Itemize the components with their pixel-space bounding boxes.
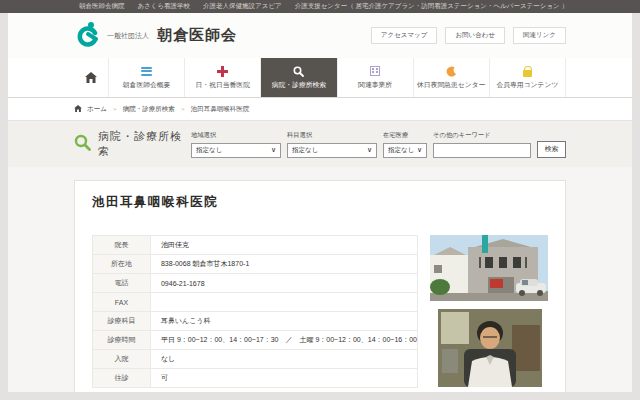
access-map-button[interactable]: アクセスマップ <box>371 27 438 44</box>
chevron-down-icon: ∨ <box>271 146 276 154</box>
page-window: 一般社団法人 朝倉医師会 アクセスマップ お問い合わせ 関連リンク 朝倉医師会概… <box>8 13 632 392</box>
row-value: 可 <box>150 369 417 388</box>
topbar-link-nursing-school[interactable]: あさくら看護学校 <box>137 2 190 11</box>
keyword-input-label: その他のキーワード <box>433 131 531 140</box>
search-section-title: 病院・診療所検索 <box>98 129 191 159</box>
nav-item-overview[interactable]: 朝倉医師会概要 <box>108 58 184 97</box>
home-care-select-value: 指定なし <box>388 146 414 155</box>
table-row: 診療科目 耳鼻いんこう科 <box>93 312 418 331</box>
nav-item-emergency-center[interactable]: 休日夜間急患センター <box>413 58 489 97</box>
search-button[interactable]: 検索 <box>537 141 566 158</box>
nav-item-members-only[interactable]: 会員専用コンテンツ <box>489 58 566 97</box>
search-section: 病院・診療所検索 地域選択 指定なし ∨ 科目選択 指定なし ∨ <box>8 120 632 167</box>
top-utility-bar: 朝倉医師会病院 あさくら看護学校 介護老人保健施設アスピア 介護支援センター（ … <box>0 0 640 13</box>
clinic-building-photo <box>430 235 548 301</box>
main-nav: 朝倉医師会概要 日・祝日当番医院 病院・診療所検索 関連事業所 休日夜間 <box>8 58 632 98</box>
home-care-select[interactable]: 指定なし ∨ <box>383 143 427 158</box>
clinic-detail-card: 池田耳鼻咽喉科医院 院長 池田佳克 所在地 838-0068 朝倉市甘木1870… <box>74 180 566 392</box>
breadcrumb-current: 池田耳鼻咽喉科医院 <box>191 105 250 114</box>
row-label: FAX <box>93 293 151 312</box>
region-select-value: 指定なし <box>196 146 222 155</box>
row-label: 診療科目 <box>93 312 151 331</box>
row-value: 平日 9：00~12：00、14：00~17：30 ／ 土曜 9：00~12：0… <box>150 331 417 350</box>
menu-icon <box>141 65 152 77</box>
table-row: 院長 池田佳克 <box>93 236 418 255</box>
topbar-link-hospital[interactable]: 朝倉医師会病院 <box>79 2 125 11</box>
red-cross-icon <box>217 65 228 77</box>
table-row: 診療時間 平日 9：00~12：00、14：00~17：30 ／ 土曜 9：00… <box>93 331 418 350</box>
nav-label: 休日夜間急患センター <box>417 80 485 90</box>
breadcrumb-home[interactable]: ホーム <box>87 105 107 114</box>
row-value <box>150 293 417 312</box>
nav-item-duty-clinics[interactable]: 日・祝日当番医院 <box>184 58 260 97</box>
nav-label: 朝倉医師会概要 <box>123 80 171 90</box>
related-links-button[interactable]: 関連リンク <box>513 27 566 44</box>
region-select[interactable]: 指定なし ∨ <box>191 143 281 158</box>
keyword-input[interactable] <box>433 143 531 158</box>
subject-select-label: 科目選択 <box>287 131 377 140</box>
moon-icon <box>446 65 457 77</box>
row-label: 電話 <box>93 274 151 293</box>
row-value: なし <box>150 350 417 369</box>
row-label: 入院 <box>93 350 151 369</box>
chevron-down-icon: ∨ <box>417 146 422 154</box>
breadcrumb-separator: ＞ <box>112 105 118 114</box>
topbar-link-aspia[interactable]: 介護老人保健施設アスピア <box>203 2 282 11</box>
org-type-label: 一般社団法人 <box>107 31 149 41</box>
nav-label: 関連事業所 <box>358 80 392 90</box>
table-row: 所在地 838-0068 朝倉市甘木1870-1 <box>93 255 418 274</box>
site-header: 一般社団法人 朝倉医師会 アクセスマップ お問い合わせ 関連リンク <box>8 13 632 58</box>
org-name-label: 朝倉医師会 <box>157 26 237 45</box>
building-icon <box>370 65 380 77</box>
nav-label: 病院・診療所検索 <box>272 80 326 90</box>
home-care-select-label: 在宅医療 <box>383 131 427 140</box>
director-portrait-photo <box>438 309 542 387</box>
topbar-link-care-center[interactable]: 介護支援センター（ 居宅介護ケアプラン・訪問看護ステーション・ヘルパーステーショ… <box>295 2 568 11</box>
row-value: 耳鼻いんこう科 <box>150 312 417 331</box>
row-label: 診療時間 <box>93 331 151 350</box>
table-row: FAX <box>93 293 418 312</box>
table-row: 電話 0946-21-1678 <box>93 274 418 293</box>
site-logo[interactable]: 一般社団法人 朝倉医師会 <box>74 20 237 51</box>
subject-select-value: 指定なし <box>292 146 318 155</box>
green-magnifier-icon <box>74 134 91 155</box>
row-value: 池田佳克 <box>150 236 417 255</box>
lock-icon <box>523 65 532 77</box>
search-icon <box>293 65 304 77</box>
table-row: 往診 可 <box>93 369 418 388</box>
nav-item-home[interactable] <box>74 58 108 97</box>
nav-label: 会員専用コンテンツ <box>496 80 558 90</box>
breadcrumb-search[interactable]: 病院・診療所検索 <box>123 105 175 114</box>
clinic-title: 池田耳鼻咽喉科医院 <box>92 194 548 211</box>
subject-select[interactable]: 指定なし ∨ <box>287 143 377 158</box>
nav-label: 日・祝日当番医院 <box>196 80 250 90</box>
chevron-down-icon: ∨ <box>367 146 372 154</box>
main-content-area: 池田耳鼻咽喉科医院 院長 池田佳克 所在地 838-0068 朝倉市甘木1870… <box>8 167 632 392</box>
medical-association-logo-icon <box>74 20 101 51</box>
region-select-label: 地域選択 <box>191 131 281 140</box>
clinic-info-table: 院長 池田佳克 所在地 838-0068 朝倉市甘木1870-1 電話 0946… <box>92 235 418 388</box>
contact-button[interactable]: お問い合わせ <box>445 27 505 44</box>
home-icon <box>74 105 82 113</box>
row-value: 838-0068 朝倉市甘木1870-1 <box>150 255 417 274</box>
row-label: 院長 <box>93 236 151 255</box>
home-icon <box>85 72 97 84</box>
nav-item-clinic-search[interactable]: 病院・診療所検索 <box>260 58 336 97</box>
row-label: 往診 <box>93 369 151 388</box>
table-row: 入院 なし <box>93 350 418 369</box>
breadcrumb-separator: ＞ <box>180 105 186 114</box>
breadcrumb: ホーム ＞ 病院・診療所検索 ＞ 池田耳鼻咽喉科医院 <box>8 98 632 120</box>
row-value: 0946-21-1678 <box>150 274 417 293</box>
nav-item-related-offices[interactable]: 関連事業所 <box>337 58 413 97</box>
row-label: 所在地 <box>93 255 151 274</box>
